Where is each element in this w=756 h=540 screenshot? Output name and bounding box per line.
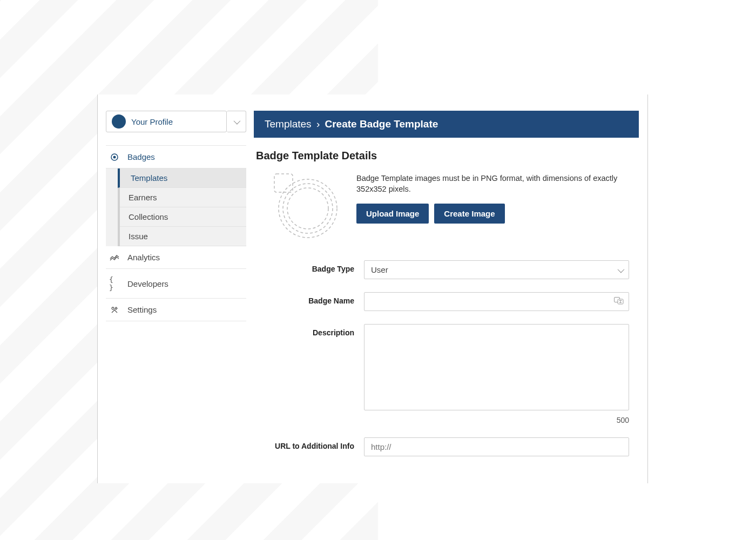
url-label: URL to Additional Info — [256, 437, 364, 450]
image-hint-text: Badge Template images must be in PNG for… — [356, 173, 629, 195]
svg-rect-2 — [274, 174, 293, 192]
sidebar-item-developers[interactable]: { } Developers — [106, 269, 246, 299]
badge-type-value: User — [371, 265, 388, 274]
sidebar-item-label: Badges — [127, 152, 155, 161]
sidebar-item-label: Developers — [127, 279, 168, 288]
sidebar-nav: Badges Templates Earners Collections — [106, 145, 246, 321]
svg-point-4 — [283, 184, 333, 233]
sidebar-item-label: Settings — [127, 305, 157, 314]
sidebar-subitem-label: Templates — [131, 173, 167, 183]
badge-type-label: Badge Type — [256, 260, 364, 273]
badge-name-input[interactable] — [364, 292, 629, 311]
sidebar-subitem-label: Issue — [129, 232, 148, 241]
description-textarea[interactable] — [364, 324, 629, 410]
chevron-down-icon — [234, 117, 239, 126]
analytics-icon — [109, 254, 120, 261]
profile-dropdown-toggle[interactable] — [227, 111, 246, 132]
sidebar-item-badges[interactable]: Badges — [106, 146, 246, 168]
profile-label: Your Profile — [131, 117, 173, 126]
sidebar-subitem-earners[interactable]: Earners — [120, 188, 246, 207]
code-braces-icon: { } — [109, 275, 120, 292]
breadcrumb: Templates › Create Badge Template — [254, 111, 639, 138]
description-label: Description — [256, 324, 364, 337]
badge-name-label: Badge Name — [256, 292, 364, 305]
sidebar-subitem-issue[interactable]: Issue — [120, 227, 246, 246]
profile-selector[interactable]: Your Profile — [106, 111, 227, 132]
description-char-count: 500 — [364, 416, 629, 424]
tools-icon — [109, 306, 120, 314]
svg-point-5 — [287, 188, 328, 229]
badge-target-icon — [109, 153, 120, 161]
sidebar-subitem-templates[interactable]: Templates — [118, 168, 246, 188]
section-title: Badge Template Details — [256, 150, 629, 162]
create-image-button[interactable]: Create Image — [434, 204, 504, 224]
sidebar-item-settings[interactable]: Settings — [106, 299, 246, 321]
badge-type-select[interactable]: User — [364, 260, 629, 279]
breadcrumb-current: Create Badge Template — [325, 118, 438, 130]
svg-point-1 — [113, 156, 116, 158]
sidebar-subitem-label: Earners — [129, 193, 157, 202]
badge-image-placeholder[interactable] — [273, 173, 342, 242]
avatar — [112, 114, 126, 129]
breadcrumb-parent[interactable]: Templates — [265, 118, 312, 130]
sidebar-subitem-collections[interactable]: Collections — [120, 207, 246, 227]
main-content: Templates › Create Badge Template Badge … — [254, 111, 647, 469]
sidebar-item-analytics[interactable]: Analytics — [106, 246, 246, 269]
sidebar: Your Profile Badges Template — [106, 111, 246, 469]
upload-image-button[interactable]: Upload Image — [356, 204, 429, 224]
app-window: Your Profile Badges Template — [97, 94, 648, 483]
breadcrumb-separator: › — [316, 118, 320, 130]
url-input[interactable] — [364, 437, 629, 456]
sidebar-subitem-label: Collections — [129, 212, 168, 221]
sidebar-item-label: Analytics — [127, 253, 160, 262]
sidebar-subnav-badges: Templates Earners Collections Issue — [106, 168, 246, 246]
translate-icon[interactable] — [614, 297, 624, 307]
